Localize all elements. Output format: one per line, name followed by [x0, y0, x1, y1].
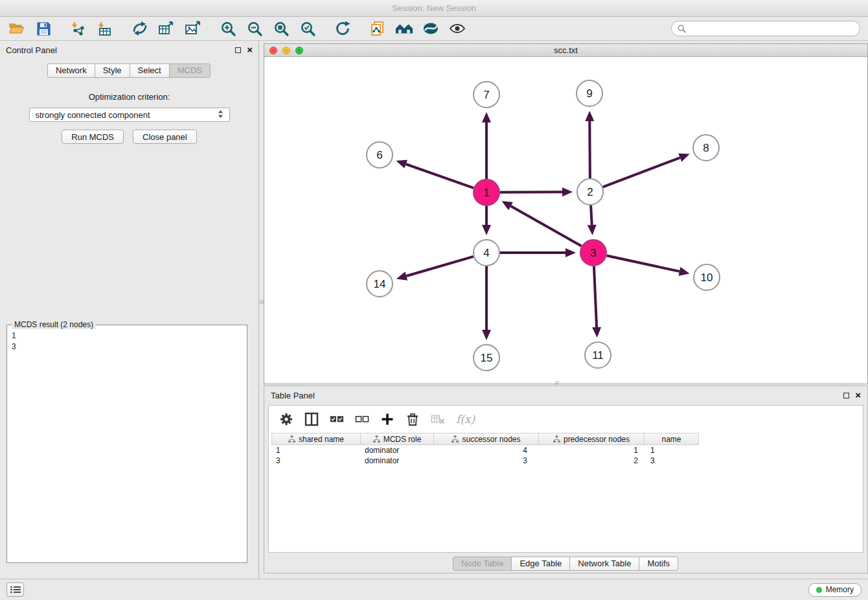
close-panel-icon[interactable]: × [247, 47, 253, 53]
minimize-window-icon[interactable]: − [282, 47, 290, 54]
graph-node-1[interactable]: 1 [474, 179, 499, 205]
table-toolbar: f(x) [269, 406, 863, 433]
table-row[interactable]: 3 dominator 3 2 3 [271, 456, 699, 466]
import-table-button[interactable] [96, 19, 114, 38]
float-table-panel-icon[interactable] [843, 393, 849, 398]
column-header-predecessor-nodes[interactable]: predecessor nodes [539, 433, 645, 444]
zoom-in-button[interactable] [219, 19, 237, 38]
show-columns-button[interactable] [304, 412, 319, 426]
refresh-group [334, 19, 352, 38]
gear-icon [279, 412, 293, 426]
graph-node-4[interactable]: 4 [474, 240, 499, 266]
tab-node-table[interactable]: Node Table [453, 557, 512, 571]
zoom-selected-icon [300, 21, 316, 37]
zoom-selected-button[interactable] [299, 19, 317, 38]
table-settings-button[interactable] [279, 412, 293, 426]
home-views-button[interactable] [395, 19, 413, 38]
svg-text:8: 8 [703, 142, 709, 154]
apply-style-button[interactable] [422, 19, 440, 38]
table-row[interactable]: 1 dominator 4 1 1 [271, 445, 699, 456]
tab-motifs[interactable]: Motifs [639, 557, 678, 571]
graph-edge-3-1[interactable] [502, 201, 582, 246]
horizontal-splitter-grip[interactable] [556, 381, 558, 385]
graph-edge-3-10[interactable] [607, 255, 690, 275]
graph-edge-2-3[interactable] [588, 205, 597, 235]
graph-node-9[interactable]: 9 [577, 80, 602, 106]
optimization-criterion-select[interactable]: strongly connected component [29, 108, 230, 122]
close-table-panel-icon[interactable]: × [855, 392, 861, 398]
graph-node-3[interactable]: 3 [580, 240, 606, 266]
graph-node-14[interactable]: 14 [367, 271, 393, 297]
task-history-button[interactable] [6, 583, 24, 597]
zoom-fit-button[interactable] [272, 19, 290, 38]
graph-edge-4-3[interactable] [500, 248, 576, 257]
graph-edge-3-11[interactable] [592, 266, 601, 338]
tab-network-table[interactable]: Network Table [569, 557, 639, 571]
open-session-button[interactable] [8, 19, 26, 38]
cell-predecessor-nodes: 2 [538, 456, 644, 466]
graph-edge-1-7[interactable] [482, 112, 491, 179]
column-header-shared-name[interactable]: shared name [272, 433, 361, 444]
tab-style[interactable]: Style [95, 63, 130, 78]
show-graphics-details-button[interactable] [448, 19, 466, 38]
delete-table-button[interactable] [431, 412, 445, 426]
column-header-mcds-role[interactable]: MCDS role [361, 433, 434, 444]
graph-node-8[interactable]: 8 [693, 135, 719, 161]
tab-select[interactable]: Select [130, 63, 170, 78]
memory-button[interactable]: Memory [808, 583, 862, 597]
graph-edge-1-2[interactable] [500, 187, 573, 196]
network-arrows-button[interactable] [131, 19, 149, 38]
trash-icon [405, 412, 420, 426]
graph-node-2[interactable]: 2 [577, 179, 603, 205]
search-input[interactable] [689, 24, 854, 33]
export-image-button[interactable] [184, 19, 202, 38]
zoom-out-button[interactable] [246, 19, 264, 38]
close-panel-button[interactable]: Close panel [133, 130, 197, 144]
graph-edge-4-14[interactable] [396, 257, 474, 281]
save-icon [36, 21, 51, 36]
delete-column-button[interactable] [405, 412, 420, 426]
svg-text:11: 11 [592, 349, 604, 362]
import-network-icon [70, 21, 87, 36]
open-folder-icon [8, 21, 25, 36]
tab-edge-table[interactable]: Edge Table [511, 557, 570, 571]
graph-edge-4-15[interactable] [482, 266, 491, 340]
deselect-all-columns-button[interactable] [355, 412, 369, 426]
network-window-title: scc.txt [554, 45, 578, 55]
graph-edge-1-4[interactable] [482, 206, 491, 235]
function-builder-button[interactable]: f(x) [456, 413, 475, 426]
import-table-icon [97, 21, 113, 36]
graph-node-10[interactable]: 10 [694, 264, 720, 290]
close-window-icon[interactable]: × [269, 47, 277, 54]
create-column-button[interactable] [380, 412, 394, 426]
graph-node-6[interactable]: 6 [367, 142, 393, 168]
tab-network[interactable]: Network [47, 63, 95, 78]
float-panel-icon[interactable] [235, 47, 241, 53]
graph-edge-2-8[interactable] [603, 154, 690, 187]
control-panel: Control Panel × Network Style Select MCD… [0, 41, 259, 579]
save-session-button[interactable] [34, 19, 52, 38]
column-header-name[interactable]: name [645, 433, 698, 444]
window-titlebar[interactable]: Session: New Session [0, 0, 868, 17]
zoom-out-icon [247, 21, 263, 37]
search-box[interactable] [671, 21, 860, 36]
tab-mcds[interactable]: MCDS [169, 63, 211, 78]
column-header-successor-nodes[interactable]: successor nodes [434, 433, 539, 444]
export-table-button[interactable] [157, 19, 176, 38]
graph-node-7[interactable]: 7 [474, 82, 499, 108]
network-window: × − + scc.txt 7968124314101511 [264, 43, 868, 384]
graph-node-15[interactable]: 15 [474, 345, 499, 371]
graph-edge-2-9[interactable] [585, 111, 594, 178]
maximize-window-icon[interactable]: + [295, 47, 303, 54]
run-mcds-button[interactable]: Run MCDS [62, 130, 124, 144]
network-canvas[interactable]: 7968124314101511 [264, 57, 867, 384]
graph-edge-1-6[interactable] [396, 160, 474, 188]
network-from-selection-button[interactable] [369, 19, 387, 38]
select-all-columns-button[interactable] [330, 412, 344, 426]
network-window-titlebar[interactable]: × − + scc.txt [264, 44, 867, 57]
graph-node-11[interactable]: 11 [585, 342, 611, 368]
table-panel-title: Table Panel [271, 391, 315, 400]
refresh-view-button[interactable] [334, 19, 352, 38]
cell-name: 3 [644, 456, 698, 466]
import-network-button[interactable] [69, 19, 87, 38]
